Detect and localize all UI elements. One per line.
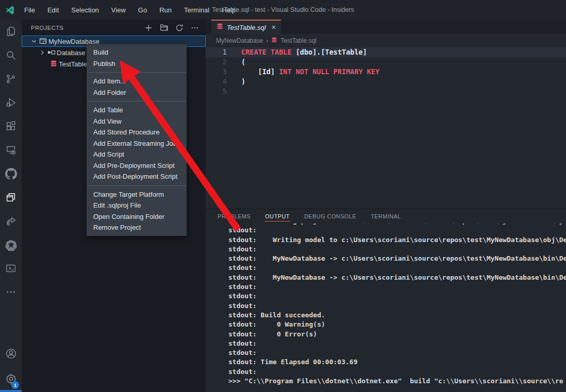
log-line: stdout: — [206, 292, 566, 301]
panel-tab-output[interactable]: OUTPUT — [264, 211, 290, 221]
menu-terminal[interactable]: Terminal — [179, 4, 214, 16]
code-editor[interactable]: 1CREATE TABLE [dbo].[TestTable]2(3 [Id] … — [206, 47, 566, 209]
open-folder-icon[interactable] — [158, 22, 170, 33]
chevron-right-icon[interactable] — [38, 50, 46, 55]
panel-tabs: PROBLEMSOUTPUTDEBUG CONSOLETERMINAL — [206, 209, 566, 223]
log-line: stdout: Build succeeded. — [206, 311, 566, 320]
settings-gear-icon[interactable]: 1 — [0, 365, 22, 392]
context-menu-item-build[interactable]: Build — [87, 47, 187, 58]
menu-separator — [87, 185, 186, 186]
menu-go[interactable]: Go — [134, 4, 152, 16]
context-menu-item-add-folder[interactable]: Add Folder — [87, 87, 187, 98]
more-actions-icon[interactable] — [0, 280, 22, 304]
code-text: CREATE TABLE [dbo].[TestTable] — [227, 47, 367, 57]
close-tab-icon[interactable]: × — [272, 23, 276, 31]
code-line: 4) — [206, 77, 566, 87]
activity-bar: 1 — [0, 20, 22, 392]
context-menu-item-publish[interactable]: Publish — [87, 58, 187, 70]
new-project-icon[interactable] — [143, 22, 154, 33]
context-menu-item-add-post-deployment-script[interactable]: Add Post-Deployment Script — [87, 171, 187, 182]
menu-separator — [87, 72, 186, 73]
panel-tab-terminal[interactable]: TERMINAL — [370, 211, 402, 221]
log-line: stdout: MyNewDatabase -> c:\Users\scoria… — [206, 254, 566, 263]
title-bar: FileEditSelectionViewGoRunTerminalHelp T… — [0, 0, 566, 20]
panel-tab-problems[interactable]: PROBLEMS — [217, 211, 251, 221]
context-menu-item-add-external-streaming-job[interactable]: Add External Streaming Job — [87, 138, 187, 149]
more-icon[interactable] — [189, 22, 201, 33]
extensions-icon[interactable] — [0, 114, 22, 138]
search-icon[interactable] — [0, 43, 22, 67]
menu-file[interactable]: File — [20, 4, 40, 16]
log-line: stdout: 0 Warning(s) — [206, 320, 566, 329]
breadcrumb-file[interactable]: TestTable.sql — [280, 37, 316, 44]
explorer-icon[interactable] — [0, 20, 22, 43]
status-bar-sliver — [0, 390, 22, 392]
tree-item-label: Database — [57, 49, 86, 57]
log-line: >>> "C:\\Program Files\\dotnet\\dotnet.e… — [206, 377, 566, 386]
line-number: 3 — [206, 67, 227, 77]
tree-item-label: TestTable — [59, 60, 87, 68]
log-line: stdout: — [206, 301, 566, 311]
editor-group: TestTable.sql × MyNewDatabase › TestTabl… — [206, 20, 566, 392]
context-menu-item-change-target-platform[interactable]: Change Target Platform — [87, 189, 187, 200]
share-icon[interactable] — [0, 209, 22, 233]
menu-run[interactable]: Run — [155, 4, 176, 16]
menu-view[interactable]: View — [107, 4, 130, 16]
output-log[interactable]: stdout: Using project file c:\Users\scor… — [206, 224, 566, 392]
code-text: ) — [227, 77, 245, 87]
remote-explorer-icon[interactable] — [0, 138, 22, 162]
sql-keyword: CREATE TABLE — [241, 48, 296, 56]
breadcrumb-project[interactable]: MyNewDatabase — [216, 37, 263, 44]
sql-text: ( — [241, 58, 245, 66]
line-number: 1 — [206, 47, 227, 57]
breadcrumb: MyNewDatabase › TestTable.sql — [206, 34, 566, 47]
menu-selection[interactable]: Selection — [66, 4, 103, 16]
chevron-down-icon[interactable] — [30, 39, 38, 44]
context-menu-item-edit-sqlproj-file[interactable]: Edit .sqlproj File — [87, 200, 187, 211]
database-file-icon — [271, 37, 277, 45]
menu-help[interactable]: Help — [217, 4, 240, 16]
menu-bar: FileEditSelectionViewGoRunTerminalHelp — [20, 4, 240, 16]
log-line: stdout: Time Elapsed 00:00:03.69 — [206, 357, 566, 367]
panel-tab-debug-console[interactable]: DEBUG CONSOLE — [304, 211, 357, 221]
context-menu-item-open-containing-folder[interactable]: Open Containing Folder — [87, 211, 187, 223]
code-line: 1CREATE TABLE [dbo].[TestTable] — [206, 47, 566, 57]
log-line: stdout: Writing model to c:\Users\scoria… — [206, 235, 566, 245]
database-file-icon — [217, 23, 223, 31]
context-menu-item-remove-project[interactable]: Remove Project — [87, 222, 187, 233]
editor-tab-strip: TestTable.sql × — [206, 20, 566, 34]
code-line: 2( — [206, 57, 566, 67]
sql-keyword: INT NOT NULL PRIMARY KEY — [275, 67, 379, 76]
database-red-icon — [48, 60, 59, 67]
tab-label: TestTable.sql — [227, 24, 266, 31]
menu-edit[interactable]: Edit — [43, 4, 63, 16]
log-line: stdout: — [206, 348, 566, 357]
sql-text: ) — [241, 77, 245, 86]
refresh-icon[interactable] — [174, 22, 185, 33]
context-menu-item-add-stored-procedure[interactable]: Add Stored Procedure — [87, 127, 187, 138]
bottom-panel: PROBLEMSOUTPUTDEBUG CONSOLETERMINAL stdo… — [206, 209, 566, 392]
code-line: 3 [Id] INT NOT NULL PRIMARY KEY — [206, 67, 566, 77]
context-menu-item-add-view[interactable]: Add View — [87, 116, 187, 127]
run-and-debug-icon[interactable] — [0, 91, 22, 114]
sidebar-actions — [143, 22, 201, 33]
context-menu-item-add-item[interactable]: Add Item... — [87, 76, 187, 87]
source-control-icon[interactable] — [0, 67, 22, 91]
context-menu-item-add-pre-deployment-script[interactable]: Add Pre-Deployment Script — [87, 160, 187, 172]
menu-separator — [87, 101, 186, 101]
references-icon — [46, 48, 57, 57]
line-number: 4 — [206, 77, 227, 87]
database-projects-icon[interactable] — [0, 185, 22, 209]
powershell-icon[interactable] — [0, 257, 22, 280]
log-line: stdout: — [206, 367, 566, 377]
code-text — [227, 87, 241, 96]
log-line: stdout: — [206, 282, 566, 292]
tab-testtable-sql[interactable]: TestTable.sql × — [211, 20, 281, 34]
context-menu-item-add-table[interactable]: Add Table — [87, 105, 187, 116]
log-line-clipped: stdout: Using project file c:\Users\scor… — [206, 224, 566, 226]
kubernetes-icon[interactable] — [0, 233, 22, 257]
github-icon[interactable] — [0, 162, 22, 185]
code-text: [Id] INT NOT NULL PRIMARY KEY — [227, 67, 379, 77]
accounts-icon[interactable] — [0, 342, 22, 365]
context-menu-item-add-script[interactable]: Add Script — [87, 149, 187, 160]
